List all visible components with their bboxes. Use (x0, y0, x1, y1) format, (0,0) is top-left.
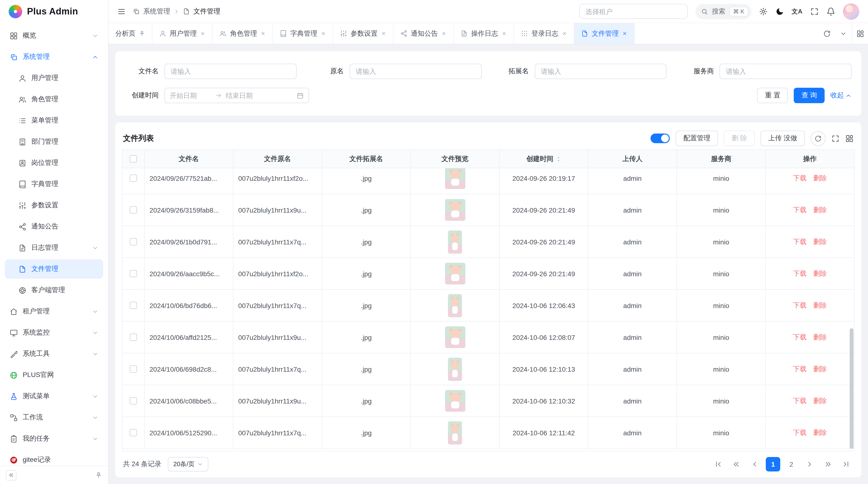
tenant-select[interactable] (579, 4, 688, 19)
sidebar-item-workflow[interactable]: 工作流 (5, 408, 103, 427)
download-link[interactable]: 下载 (793, 269, 807, 278)
tab-close-icon[interactable] (321, 31, 326, 36)
file-preview-thumbnail[interactable] (445, 390, 465, 412)
dark-mode-moon-icon[interactable] (775, 7, 784, 16)
settings-gear-icon[interactable] (759, 7, 768, 16)
user-avatar[interactable] (843, 3, 859, 20)
global-search[interactable]: 搜索 ⌘ K (695, 4, 751, 19)
delete-link[interactable]: 删除 (813, 237, 827, 246)
sidebar-item-monitor[interactable]: 系统监控 (5, 323, 103, 342)
page-last-button[interactable] (839, 457, 854, 472)
delete-link[interactable]: 删除 (813, 205, 827, 214)
row-checkbox[interactable] (130, 270, 137, 277)
delete-link[interactable]: 删除 (813, 333, 827, 342)
sidebar-item-test[interactable]: 测试菜单 (5, 387, 103, 406)
download-link[interactable]: 下载 (793, 237, 807, 246)
download-link[interactable]: 下载 (793, 301, 807, 310)
tab-analysis[interactable]: 分析页 (108, 23, 152, 44)
delete-link[interactable]: 删除 (813, 365, 827, 374)
collapse-filter-link[interactable]: 收起 (830, 91, 851, 100)
row-checkbox[interactable] (130, 174, 137, 182)
sidebar-item-overview[interactable]: 概览 (5, 26, 103, 45)
sidebar-item-client[interactable]: 客户端管理 (5, 281, 103, 300)
tab-close-icon[interactable] (381, 31, 386, 36)
download-link[interactable]: 下载 (793, 396, 807, 405)
layout-grid-icon[interactable] (851, 23, 868, 44)
sort-icon[interactable] (555, 155, 561, 163)
page-next-button[interactable] (802, 457, 817, 472)
tab-params[interactable]: 参数设置 (333, 23, 394, 44)
row-checkbox[interactable] (130, 302, 137, 309)
filter-input-1[interactable] (350, 64, 482, 79)
file-preview-thumbnail[interactable] (448, 230, 462, 253)
page-prev-button[interactable] (747, 457, 762, 472)
row-checkbox[interactable] (130, 238, 137, 246)
file-preview-thumbnail[interactable] (445, 263, 465, 284)
row-checkbox[interactable] (130, 206, 137, 214)
file-preview-thumbnail[interactable] (445, 326, 465, 348)
tab-close-icon[interactable] (200, 31, 206, 36)
download-link[interactable]: 下载 (793, 205, 807, 214)
download-link[interactable]: 下载 (793, 428, 807, 437)
page-1-button[interactable]: 1 (766, 457, 780, 472)
start-date-input[interactable] (170, 92, 211, 99)
breadcrumb-item-system[interactable]: 系统管理 (143, 7, 170, 16)
sidebar-item-role[interactable]: 角色管理 (5, 90, 103, 109)
sidebar-item-gitee[interactable]: gitee记录 (5, 450, 103, 466)
search-button[interactable]: 查 询 (794, 88, 825, 103)
tab-close-icon[interactable] (441, 31, 446, 36)
sidebar-item-menu-list[interactable]: 菜单管理 (5, 111, 103, 130)
page-fast-next-button[interactable] (821, 457, 835, 472)
page-first-button[interactable] (711, 457, 725, 472)
delete-link[interactable]: 删除 (813, 301, 827, 310)
row-checkbox[interactable] (130, 429, 137, 436)
sidebar-item-file[interactable]: 文件管理 (5, 259, 103, 279)
sidebar-item-tasks[interactable]: 我的任务 (5, 429, 103, 448)
sidebar-item-post[interactable]: 岗位管理 (5, 153, 103, 172)
tab-loginlog[interactable]: 登录日志 (514, 23, 574, 44)
tenant-select-input[interactable] (586, 7, 682, 15)
delete-link[interactable]: 删除 (813, 174, 827, 183)
date-range-picker[interactable] (164, 88, 309, 103)
reset-button[interactable]: 重 置 (757, 88, 788, 103)
row-checkbox[interactable] (130, 333, 137, 341)
language-translate-icon[interactable]: 文A (792, 7, 802, 16)
tab-role[interactable]: 角色管理 (213, 23, 273, 44)
download-link[interactable]: 下载 (793, 365, 807, 374)
table-fullscreen-icon[interactable] (831, 134, 840, 142)
tab-close-icon[interactable] (622, 31, 627, 36)
refresh-page-icon[interactable] (819, 23, 835, 44)
tab-close-icon[interactable] (562, 31, 567, 36)
download-link[interactable]: 下载 (793, 174, 807, 183)
file-preview-thumbnail[interactable] (445, 168, 465, 189)
row-checkbox[interactable] (130, 397, 137, 405)
sidebar-item-log[interactable]: 日志管理 (5, 238, 103, 257)
end-date-input[interactable] (226, 92, 267, 99)
download-link[interactable]: 下载 (793, 333, 807, 342)
file-preview-thumbnail[interactable] (445, 199, 465, 221)
sidebar-item-params[interactable]: 参数设置 (5, 196, 103, 215)
file-preview-thumbnail[interactable] (448, 421, 462, 444)
config-manage-button[interactable]: 配置管理 (676, 131, 718, 146)
sidebar-collapse-button[interactable] (6, 470, 17, 480)
sidebar-pin-icon[interactable] (95, 472, 102, 479)
file-preview-thumbnail[interactable] (448, 357, 462, 381)
column-settings-icon[interactable] (845, 134, 854, 142)
tab-close-icon[interactable] (260, 31, 266, 36)
sidebar-item-system[interactable]: 系统管理 (5, 47, 103, 67)
column-header-4[interactable]: 创建时间 (500, 150, 588, 168)
tab-oplog[interactable]: 操作日志 (454, 23, 514, 44)
table-scrollbar-thumb[interactable] (850, 328, 854, 449)
sidebar-item-dict[interactable]: 字典管理 (5, 174, 103, 194)
hamburger-menu-icon[interactable] (117, 7, 126, 16)
delete-link[interactable]: 删除 (813, 396, 827, 405)
fullscreen-icon[interactable] (810, 7, 819, 16)
tab-user[interactable]: 用户管理 (152, 23, 213, 44)
sidebar-item-plus-site[interactable]: PLUS官网 (5, 365, 103, 385)
page-2-button[interactable]: 2 (784, 457, 799, 472)
sidebar-item-tenant[interactable]: 租户管理 (5, 302, 103, 321)
filter-input-3[interactable] (720, 64, 852, 79)
sidebar-item-tools[interactable]: 系统工具 (5, 344, 103, 363)
notifications-bell-icon[interactable] (827, 7, 835, 16)
refresh-table-button[interactable] (811, 131, 826, 146)
